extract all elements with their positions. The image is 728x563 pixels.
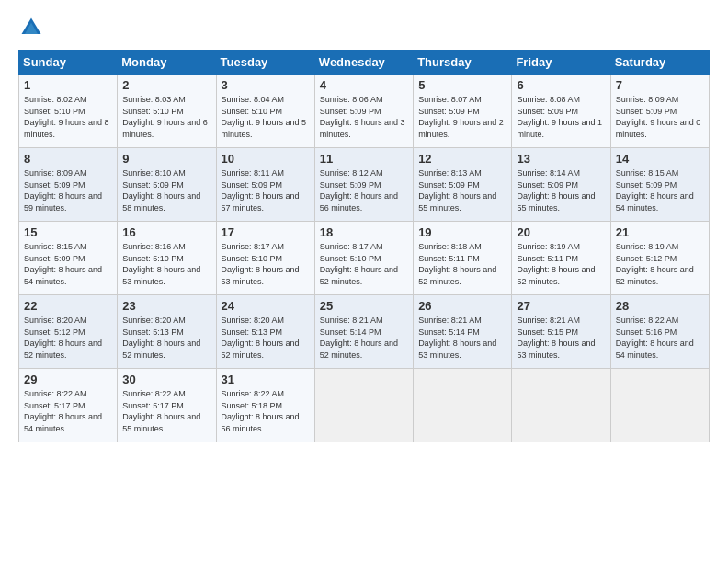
cell-info: Sunrise: 8:02 AMSunset: 5:10 PMDaylight:… [24,95,109,139]
day-number: 19 [418,225,506,239]
calendar-cell: 28 Sunrise: 8:22 AMSunset: 5:16 PMDaylig… [610,295,709,369]
cell-info: Sunrise: 8:17 AMSunset: 5:10 PMDaylight:… [222,242,300,286]
calendar-day-header: Tuesday [216,51,314,75]
cell-info: Sunrise: 8:19 AMSunset: 5:11 PMDaylight:… [517,242,595,286]
calendar-cell: 5 Sunrise: 8:07 AMSunset: 5:09 PMDayligh… [414,75,512,148]
cell-info: Sunrise: 8:20 AMSunset: 5:13 PMDaylight:… [222,316,300,360]
calendar-cell: 12 Sunrise: 8:13 AMSunset: 5:09 PMDaylig… [414,148,512,222]
cell-info: Sunrise: 8:22 AMSunset: 5:17 PMDaylight:… [122,389,200,433]
cell-info: Sunrise: 8:13 AMSunset: 5:09 PMDaylight:… [418,168,496,213]
cell-info: Sunrise: 8:08 AMSunset: 5:09 PMDaylight:… [517,95,602,139]
calendar-week-row: 29 Sunrise: 8:22 AMSunset: 5:17 PMDaylig… [19,369,710,442]
calendar-cell: 15 Sunrise: 8:15 AMSunset: 5:09 PMDaylig… [19,222,118,295]
calendar-cell: 26 Sunrise: 8:21 AMSunset: 5:14 PMDaylig… [414,295,512,369]
calendar-cell: 14 Sunrise: 8:15 AMSunset: 5:09 PMDaylig… [610,148,709,222]
day-number: 5 [418,78,506,92]
calendar-cell: 1 Sunrise: 8:02 AMSunset: 5:10 PMDayligh… [19,75,118,148]
cell-info: Sunrise: 8:03 AMSunset: 5:10 PMDaylight:… [122,95,208,139]
day-number: 29 [24,373,112,386]
day-number: 25 [320,299,408,313]
calendar-cell [512,369,610,442]
calendar-cell: 31 Sunrise: 8:22 AMSunset: 5:18 PMDaylig… [216,369,314,442]
calendar-cell: 10 Sunrise: 8:11 AMSunset: 5:09 PMDaylig… [216,148,314,222]
main-container: SundayMondayTuesdayWednesdayThursdayFrid… [0,0,728,452]
day-number: 7 [616,78,704,92]
cell-info: Sunrise: 8:20 AMSunset: 5:12 PMDaylight:… [24,316,102,360]
day-number: 6 [517,78,605,92]
calendar-cell: 8 Sunrise: 8:09 AMSunset: 5:09 PMDayligh… [19,148,118,222]
calendar-cell: 4 Sunrise: 8:06 AMSunset: 5:09 PMDayligh… [314,75,413,148]
day-number: 24 [222,299,310,313]
cell-info: Sunrise: 8:11 AMSunset: 5:09 PMDaylight:… [222,168,300,213]
cell-info: Sunrise: 8:17 AMSunset: 5:10 PMDaylight:… [320,242,398,286]
day-number: 28 [616,299,704,313]
calendar-cell: 2 Sunrise: 8:03 AMSunset: 5:10 PMDayligh… [118,75,216,148]
cell-info: Sunrise: 8:22 AMSunset: 5:17 PMDaylight:… [24,389,102,433]
day-number: 18 [320,225,408,239]
calendar-day-header: Saturday [610,51,709,75]
day-number: 11 [320,152,408,166]
cell-info: Sunrise: 8:14 AMSunset: 5:09 PMDaylight:… [517,168,595,213]
calendar-cell: 20 Sunrise: 8:19 AMSunset: 5:11 PMDaylig… [512,222,610,295]
day-number: 16 [122,225,210,239]
cell-info: Sunrise: 8:15 AMSunset: 5:09 PMDaylight:… [24,242,102,286]
calendar-cell: 18 Sunrise: 8:17 AMSunset: 5:10 PMDaylig… [314,222,413,295]
cell-info: Sunrise: 8:09 AMSunset: 5:09 PMDaylight:… [616,95,701,139]
day-number: 2 [122,78,210,92]
day-number: 9 [122,152,210,166]
calendar-cell: 17 Sunrise: 8:17 AMSunset: 5:10 PMDaylig… [216,222,314,295]
calendar-cell: 7 Sunrise: 8:09 AMSunset: 5:09 PMDayligh… [610,75,709,148]
calendar-cell: 25 Sunrise: 8:21 AMSunset: 5:14 PMDaylig… [314,295,413,369]
cell-info: Sunrise: 8:20 AMSunset: 5:13 PMDaylight:… [122,316,200,360]
cell-info: Sunrise: 8:21 AMSunset: 5:14 PMDaylight:… [418,316,496,360]
cell-info: Sunrise: 8:21 AMSunset: 5:14 PMDaylight:… [320,316,398,360]
logo [18,15,48,40]
calendar-day-header: Wednesday [314,51,413,75]
calendar-week-row: 15 Sunrise: 8:15 AMSunset: 5:09 PMDaylig… [19,222,710,295]
calendar-cell: 23 Sunrise: 8:20 AMSunset: 5:13 PMDaylig… [118,295,216,369]
calendar-table: SundayMondayTuesdayWednesdayThursdayFrid… [18,50,710,442]
logo-icon [18,15,44,40]
day-number: 3 [222,78,310,92]
cell-info: Sunrise: 8:22 AMSunset: 5:16 PMDaylight:… [616,316,694,360]
calendar-cell: 27 Sunrise: 8:21 AMSunset: 5:15 PMDaylig… [512,295,610,369]
day-number: 15 [24,225,112,239]
header [18,15,710,40]
cell-info: Sunrise: 8:04 AMSunset: 5:10 PMDaylight:… [222,95,307,139]
calendar-header-row: SundayMondayTuesdayWednesdayThursdayFrid… [19,51,710,75]
calendar-day-header: Monday [118,51,216,75]
day-number: 17 [222,225,310,239]
day-number: 4 [320,78,408,92]
calendar-cell: 13 Sunrise: 8:14 AMSunset: 5:09 PMDaylig… [512,148,610,222]
day-number: 8 [24,152,112,166]
cell-info: Sunrise: 8:06 AMSunset: 5:09 PMDaylight:… [320,95,405,139]
day-number: 21 [616,225,704,239]
day-number: 20 [517,225,605,239]
calendar-cell [414,369,512,442]
calendar-cell: 22 Sunrise: 8:20 AMSunset: 5:12 PMDaylig… [19,295,118,369]
cell-info: Sunrise: 8:21 AMSunset: 5:15 PMDaylight:… [517,316,595,360]
day-number: 30 [122,373,210,386]
day-number: 26 [418,299,506,313]
cell-info: Sunrise: 8:12 AMSunset: 5:09 PMDaylight:… [320,168,398,213]
calendar-week-row: 22 Sunrise: 8:20 AMSunset: 5:12 PMDaylig… [19,295,710,369]
cell-info: Sunrise: 8:10 AMSunset: 5:09 PMDaylight:… [122,168,200,213]
calendar-cell: 9 Sunrise: 8:10 AMSunset: 5:09 PMDayligh… [118,148,216,222]
day-number: 22 [24,299,112,313]
calendar-cell: 3 Sunrise: 8:04 AMSunset: 5:10 PMDayligh… [216,75,314,148]
day-number: 12 [418,152,506,166]
day-number: 27 [517,299,605,313]
cell-info: Sunrise: 8:19 AMSunset: 5:12 PMDaylight:… [616,242,694,286]
calendar-body: 1 Sunrise: 8:02 AMSunset: 5:10 PMDayligh… [19,75,710,442]
day-number: 14 [616,152,704,166]
calendar-cell: 24 Sunrise: 8:20 AMSunset: 5:13 PMDaylig… [216,295,314,369]
day-number: 13 [517,152,605,166]
calendar-cell: 19 Sunrise: 8:18 AMSunset: 5:11 PMDaylig… [414,222,512,295]
calendar-day-header: Thursday [414,51,512,75]
calendar-cell: 29 Sunrise: 8:22 AMSunset: 5:17 PMDaylig… [19,369,118,442]
calendar-cell: 30 Sunrise: 8:22 AMSunset: 5:17 PMDaylig… [118,369,216,442]
calendar-cell [314,369,413,442]
calendar-cell [610,369,709,442]
cell-info: Sunrise: 8:16 AMSunset: 5:10 PMDaylight:… [122,242,200,286]
calendar-cell: 6 Sunrise: 8:08 AMSunset: 5:09 PMDayligh… [512,75,610,148]
